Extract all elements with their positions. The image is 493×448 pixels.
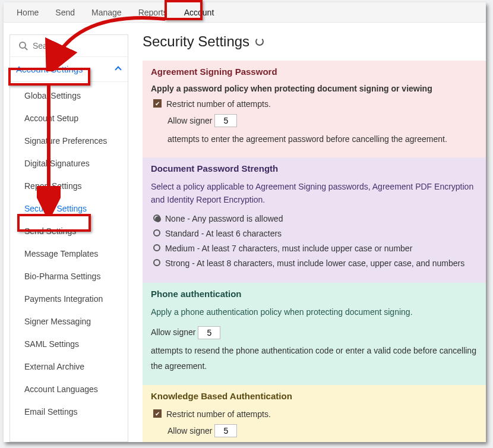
strength-option-medium[interactable]: Medium - At least 7 characters, must inc… [153, 242, 478, 255]
sidebar-accordion-label: Account Settings [16, 64, 83, 74]
checkbox-icon[interactable]: ✔ [153, 99, 162, 108]
sidebar-item-payments-integration[interactable]: Payments Integration [10, 288, 128, 310]
section-subheading: Apply a password policy when protecting … [151, 84, 478, 93]
sidebar-item-global-settings[interactable]: Global Settings [10, 84, 128, 107]
kba-restrict-label: Restrict number of attempts. [166, 408, 271, 421]
sidebar-item-account-setup[interactable]: Account Setup [10, 107, 128, 130]
top-nav: Home Send Manage Reports Account [4, 2, 486, 23]
sidebar-item-digital-signatures[interactable]: Digital Signatures [10, 152, 128, 175]
allow-post-text: attempts to enter the agreement password… [168, 131, 447, 147]
svg-point-0 [20, 42, 26, 48]
radio-icon[interactable] [153, 229, 160, 236]
attempts-input[interactable] [214, 114, 237, 127]
app-window: Home Send Manage Reports Account Account… [4, 2, 486, 442]
sidebar-item-external-archive[interactable]: External Archive [10, 355, 128, 378]
nav-manage[interactable]: Manage [83, 4, 130, 21]
section-heading: Knowledge Based Authentication [151, 391, 478, 401]
phone-attempts-input[interactable] [198, 326, 220, 339]
radio-icon[interactable] [153, 214, 160, 222]
kba-restrict-row[interactable]: ✔ Restrict number of attempts. [153, 408, 478, 421]
section-heading: Document Password Strength [151, 163, 478, 173]
refresh-icon[interactable] [255, 37, 264, 46]
svg-line-1 [25, 48, 27, 50]
allow-pre-text: Allow signer [151, 324, 195, 340]
kba-allow-line: Allow signer attempts to validate their … [168, 423, 478, 442]
main-panel: Security Settings Agreement Signing Pass… [128, 23, 486, 442]
sidebar-item-email-settings[interactable]: Email Settings [10, 400, 128, 423]
sidebar-item-account-languages[interactable]: Account Languages [10, 378, 128, 400]
nav-home[interactable]: Home [8, 4, 47, 21]
restrict-attempts-row[interactable]: ✔ Restrict number of attempts. [153, 98, 478, 111]
sidebar-item-send-settings[interactable]: Send Settings [10, 220, 128, 242]
option-label: Medium - At least 7 characters, must inc… [165, 242, 412, 255]
sidebar-item-security-settings[interactable]: Security Settings [10, 197, 128, 220]
section-heading: Agreement Signing Password [151, 67, 478, 77]
section-description: Apply a phone authentication policy when… [151, 306, 478, 319]
nav-send[interactable]: Send [47, 4, 83, 21]
section-heading: Phone authentication [151, 289, 478, 299]
restrict-attempts-label: Restrict number of attempts. [166, 98, 271, 111]
section-kba: Knowledge Based Authentication ✔ Restric… [143, 385, 486, 442]
section-agreement-signing-password: Agreement Signing Password Apply a passw… [143, 61, 486, 157]
checkbox-icon[interactable]: ✔ [153, 409, 162, 418]
allow-post-text: attempts to resend the phone authenticat… [151, 343, 478, 374]
phone-allow-line: Allow signer attempts to resend the phon… [151, 324, 478, 374]
sidebar-search[interactable] [10, 35, 128, 57]
page-title-text: Security Settings [143, 33, 249, 50]
sidebar-item-signature-preferences[interactable]: Signature Preferences [10, 130, 128, 152]
sidebar-item-signer-messaging[interactable]: Signer Messaging [10, 310, 128, 333]
sidebar: Account Settings Global Settings Account… [10, 34, 128, 442]
allow-pre-text: Allow signer [168, 423, 212, 439]
allow-signer-line: Allow signer attempts to enter the agree… [168, 113, 478, 147]
sidebar-item-message-templates[interactable]: Message Templates [10, 242, 128, 265]
search-input[interactable] [33, 41, 104, 51]
sidebar-item-report-settings[interactable]: Report Settings [10, 175, 128, 197]
sidebar-item-bio-pharma-settings[interactable]: Bio-Pharma Settings [10, 265, 128, 288]
radio-icon[interactable] [153, 259, 160, 266]
section-description: Select a policy applicable to Agreement … [151, 181, 478, 206]
page-title: Security Settings [143, 33, 486, 50]
option-label: Strong - At least 8 characters, must inc… [165, 257, 464, 270]
kba-attempts-input[interactable] [214, 424, 237, 437]
strength-option-none[interactable]: None - Any password is allowed [153, 213, 478, 225]
option-label: None - Any password is allowed [165, 213, 283, 225]
allow-pre-text: Allow signer [168, 113, 212, 129]
section-password-strength: Document Password Strength Select a poli… [143, 157, 486, 282]
sidebar-list: Global Settings Account Setup Signature … [10, 82, 128, 423]
nav-reports[interactable]: Reports [130, 4, 176, 21]
strength-option-standard[interactable]: Standard - At least 6 characters [153, 228, 478, 240]
chevron-up-icon [115, 66, 121, 72]
sidebar-accordion-account-settings[interactable]: Account Settings [10, 57, 128, 82]
allow-post-text: attempts to validate their identity befo… [168, 441, 410, 442]
sidebar-item-saml-settings[interactable]: SAML Settings [10, 333, 128, 355]
strength-option-strong[interactable]: Strong - At least 8 characters, must inc… [153, 257, 478, 270]
nav-account[interactable]: Account [176, 4, 223, 21]
option-label: Standard - At least 6 characters [165, 228, 282, 240]
search-icon [18, 41, 28, 51]
section-phone-authentication: Phone authentication Apply a phone authe… [143, 283, 486, 385]
radio-icon[interactable] [153, 244, 160, 251]
